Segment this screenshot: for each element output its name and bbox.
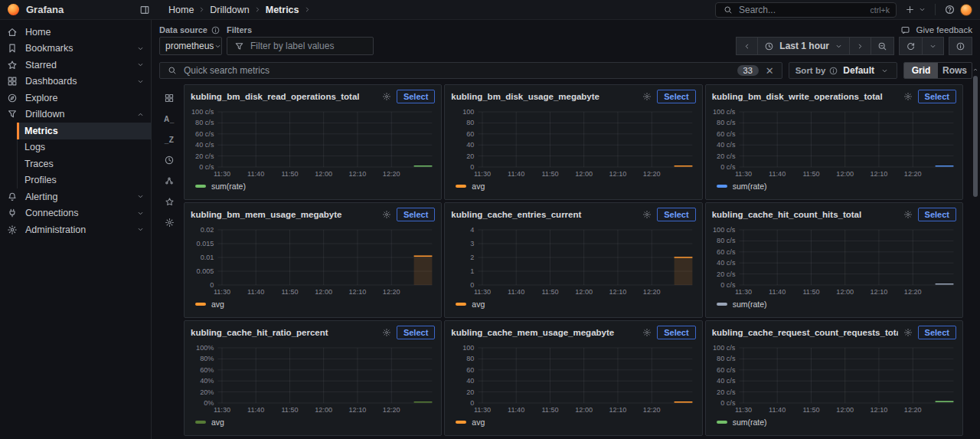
quick-search-box[interactable]: 33 ✕ [159, 62, 782, 79]
legend-series-label[interactable]: avg [472, 300, 485, 309]
refresh-interval-button[interactable] [923, 37, 944, 55]
plug-icon [7, 208, 18, 218]
panel-select-button[interactable]: Select [657, 326, 695, 339]
bookmarked-metrics-icon[interactable] [162, 195, 176, 208]
panel-title: kubling_cache_mem_usage_megabyte [451, 328, 637, 337]
sidebar-item-label: Bookmarks [25, 43, 74, 54]
legend-series-swatch [456, 185, 466, 188]
history-icon[interactable] [162, 153, 176, 167]
clear-search-icon[interactable]: ✕ [764, 66, 776, 76]
sort-by-select[interactable]: Sort by Default [789, 62, 897, 79]
breadcrumb-drilldown[interactable]: Drilldown [210, 5, 249, 15]
time-shift-back-button[interactable] [736, 37, 758, 55]
give-feedback-link[interactable]: Give feedback [899, 24, 972, 37]
svg-text:0%: 0% [204, 399, 214, 407]
new-button[interactable] [902, 2, 929, 18]
panel-select-button[interactable]: Select [657, 90, 695, 103]
view-rows-button[interactable]: Rows [938, 63, 972, 78]
grafana-logo-icon [8, 4, 19, 15]
legend-series-label[interactable]: avg [211, 418, 224, 427]
legend-series-label[interactable]: sum(rate) [211, 182, 246, 191]
panel-settings-icon[interactable] [903, 210, 913, 219]
view-grid-button[interactable]: Grid [904, 63, 938, 78]
refresh-button[interactable] [899, 37, 923, 55]
legend-series-label[interactable]: avg [472, 418, 485, 427]
avatar[interactable] [960, 4, 972, 16]
data-source-picker[interactable]: prometheus [159, 37, 222, 55]
home-icon [7, 27, 18, 38]
sidebar-item-bookmarks[interactable]: Bookmarks [0, 41, 151, 57]
sidebar-subitem-traces[interactable]: Traces [17, 156, 151, 172]
sidebar-subitem-metrics[interactable]: Metrics [17, 123, 151, 139]
panel-select-button[interactable]: Select [397, 90, 435, 103]
sidebar-item-drilldown[interactable]: Drilldown [0, 106, 151, 123]
sidebar-subitem-logs[interactable]: Logs [17, 139, 151, 156]
panel-settings-icon[interactable] [642, 210, 652, 219]
legend-series-label[interactable]: sum(rate) [733, 182, 767, 191]
related-metrics-icon[interactable] [162, 174, 176, 188]
sidebar-item-dashboards[interactable]: Dashboards [0, 74, 151, 90]
breadcrumb-home[interactable]: Home [168, 5, 194, 15]
panel-header: kubling_bm_disk_read_operations_totalSel… [191, 89, 435, 104]
timeseries-chart: 0.020.0150.010.005011:3011:4011:5012:001… [191, 224, 435, 297]
rail-settings-icon[interactable] [162, 215, 176, 229]
svg-text:100 c/s: 100 c/s [191, 108, 214, 116]
plus-icon [903, 3, 916, 16]
sidebar-item-home[interactable]: Home [0, 24, 151, 41]
breadcrumb-metrics[interactable]: Metrics [266, 5, 299, 15]
global-search-input[interactable] [739, 5, 866, 15]
panel-settings-icon[interactable] [903, 92, 913, 101]
results-count-badge: 33 [737, 65, 759, 76]
panel-select-button[interactable]: Select [918, 208, 956, 221]
legend-series-label[interactable]: avg [472, 182, 485, 191]
label-filters-input[interactable] [227, 37, 374, 55]
scrollbar[interactable] [972, 66, 978, 437]
panel-settings-icon[interactable] [382, 92, 391, 101]
time-shift-forward-button[interactable] [850, 37, 871, 55]
svg-text:60 c/s: 60 c/s [195, 130, 214, 138]
legend-series-swatch [456, 421, 466, 424]
sort-az-icon[interactable]: A_ [162, 112, 176, 126]
panel-select-button[interactable]: Select [657, 208, 695, 221]
svg-text:11:30: 11:30 [474, 406, 491, 414]
quick-search-input[interactable] [184, 65, 732, 76]
layout-grid-icon[interactable] [162, 91, 176, 105]
svg-text:12:10: 12:10 [609, 170, 627, 178]
panel-settings-icon[interactable] [903, 328, 913, 337]
sidebar-item-connections[interactable]: Connections [0, 205, 151, 222]
sidebar-item-explore[interactable]: Explore [0, 90, 151, 106]
filters-input[interactable] [250, 41, 368, 51]
svg-text:12:10: 12:10 [870, 288, 887, 296]
scrollbar-thumb[interactable] [973, 76, 978, 197]
sidebar-item-administration[interactable]: Administration [0, 221, 151, 238]
dashboards-grid-icon [7, 76, 18, 87]
panel-select-button[interactable]: Select [918, 90, 956, 103]
toggle-sidebar-icon[interactable] [138, 3, 152, 17]
zoom-out-button[interactable] [871, 37, 894, 55]
grafana-app: Grafana Home Drilldown Metrics ctrl+k [0, 0, 980, 439]
svg-text:12:20: 12:20 [903, 170, 921, 178]
sidebar-item-alerting[interactable]: Alerting [0, 188, 151, 205]
panel-settings-icon[interactable] [642, 328, 652, 337]
time-range-picker[interactable]: Last 1 hour [758, 37, 850, 55]
legend-series-label[interactable]: avg [211, 300, 224, 309]
global-search-box[interactable]: ctrl+k [715, 2, 897, 18]
sidebar-item-starred[interactable]: Starred [0, 57, 151, 74]
sort-za-icon: _Z [165, 136, 175, 144]
legend-series-label[interactable]: sum(rate) [733, 300, 767, 309]
help-button[interactable] [941, 1, 959, 18]
scroll-up-icon[interactable] [972, 66, 978, 74]
sort-za-icon[interactable]: _Z [162, 133, 176, 146]
panel-select-button[interactable]: Select [918, 326, 956, 339]
sort-by-label: Sort by [795, 66, 826, 75]
panel-settings-icon[interactable] [382, 210, 391, 219]
panel-select-button[interactable]: Select [397, 208, 435, 221]
info-button[interactable] [949, 37, 972, 55]
panel-select-button[interactable]: Select [397, 326, 435, 339]
chevron-left-icon [741, 41, 753, 52]
panel-settings-icon[interactable] [642, 92, 652, 101]
panel-settings-icon[interactable] [382, 328, 391, 337]
svg-text:12:10: 12:10 [870, 170, 887, 178]
sidebar-subitem-profiles[interactable]: Profiles [17, 172, 151, 189]
legend-series-label[interactable]: sum(rate) [733, 418, 767, 427]
